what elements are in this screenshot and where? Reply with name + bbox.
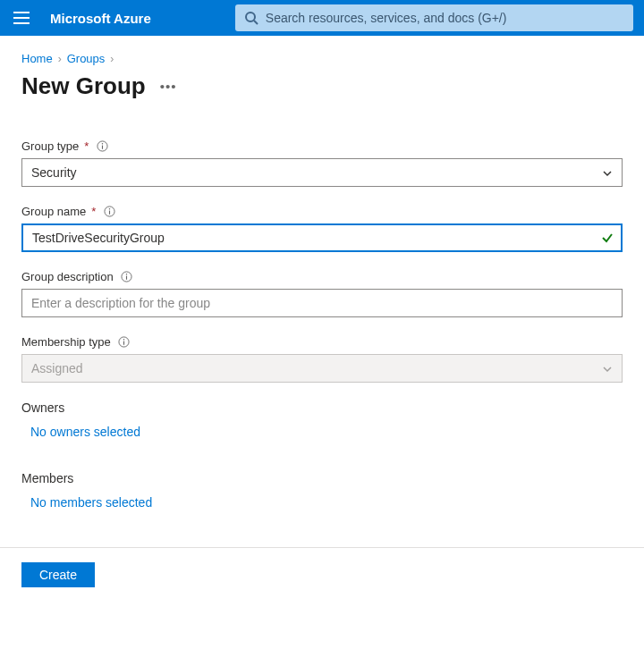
chevron-down-icon — [602, 167, 613, 178]
group-name-input[interactable] — [21, 223, 623, 252]
required-indicator: * — [91, 205, 96, 218]
members-heading: Members — [21, 471, 623, 485]
page-title: New Group — [21, 72, 146, 100]
group-description-input[interactable] — [21, 289, 623, 317]
page-content: Home › Groups › New Group ••• Group type… — [0, 36, 644, 526]
svg-point-15 — [123, 339, 124, 340]
group-name-label: Group name * — [21, 205, 623, 218]
svg-rect-16 — [123, 341, 124, 345]
field-membership-type: Membership type Assigned — [21, 335, 623, 383]
more-actions-icon[interactable]: ••• — [160, 79, 177, 94]
search-icon — [244, 11, 258, 25]
owners-heading: Owners — [21, 400, 623, 415]
info-icon[interactable] — [96, 140, 108, 153]
page-title-row: New Group ••• — [21, 72, 623, 100]
check-icon — [601, 232, 614, 244]
svg-rect-0 — [13, 12, 30, 13]
svg-line-4 — [254, 21, 258, 24]
svg-rect-7 — [102, 146, 103, 149]
field-group-description: Group description — [21, 270, 623, 317]
svg-point-12 — [126, 274, 127, 274]
group-type-select[interactable]: Security — [21, 158, 623, 187]
svg-point-6 — [102, 143, 103, 144]
field-group-name: Group name * — [21, 205, 623, 252]
field-group-type: Group type * Security — [21, 139, 623, 187]
group-type-value: Security — [31, 165, 77, 180]
svg-point-9 — [109, 208, 110, 209]
info-icon[interactable] — [118, 336, 131, 349]
group-type-label: Group type * — [21, 139, 623, 153]
required-indicator: * — [84, 139, 89, 153]
brand-label: Microsoft Azure — [50, 11, 151, 26]
owners-link[interactable]: No owners selected — [30, 425, 140, 439]
global-search[interactable] — [235, 4, 633, 31]
chevron-right-icon: › — [58, 53, 62, 65]
chevron-right-icon: › — [110, 53, 114, 65]
create-button[interactable]: Create — [21, 562, 95, 587]
svg-rect-2 — [13, 22, 30, 24]
membership-type-value: Assigned — [31, 361, 83, 375]
svg-point-3 — [246, 13, 255, 21]
members-link[interactable]: No members selected — [30, 495, 152, 510]
membership-type-label: Membership type — [21, 335, 623, 349]
hamburger-menu-icon[interactable] — [11, 7, 32, 29]
svg-rect-13 — [126, 276, 127, 280]
svg-rect-10 — [109, 211, 110, 215]
info-icon[interactable] — [121, 271, 133, 283]
group-description-label: Group description — [21, 270, 623, 283]
svg-rect-1 — [13, 17, 30, 19]
chevron-down-icon — [602, 363, 613, 374]
search-input[interactable] — [266, 11, 624, 25]
breadcrumb-home[interactable]: Home — [21, 52, 53, 65]
breadcrumb-groups[interactable]: Groups — [67, 52, 106, 65]
breadcrumb: Home › Groups › — [21, 52, 623, 65]
top-navigation-bar: Microsoft Azure — [0, 0, 644, 36]
membership-type-select: Assigned — [21, 354, 623, 383]
footer-bar: Create — [0, 548, 644, 602]
info-icon[interactable] — [103, 206, 115, 218]
